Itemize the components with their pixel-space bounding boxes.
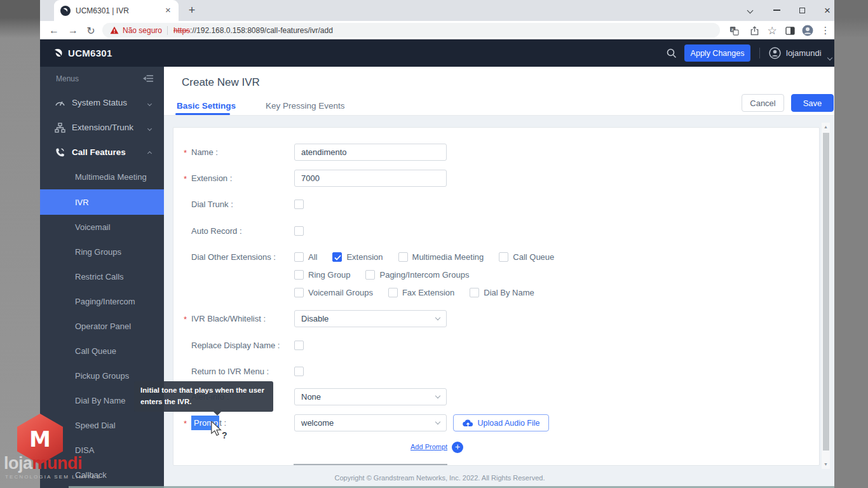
tab-title: UCM6301 | IVR [76,6,163,15]
required-asterisk: * [184,170,187,187]
new-tab-button[interactable]: + [185,4,199,18]
sitemap-icon [55,123,65,133]
tab-search-icon[interactable] [741,1,759,19]
sidebar-item-ivr[interactable]: IVR [40,189,164,215]
chevron-down-icon [148,98,151,107]
bookmark-star-icon[interactable]: ☆ [764,23,780,38]
url-text: ://192.168.0.158:8089/call-features/ivr/… [190,26,333,35]
checkbox-voicemail-groups[interactable]: Voicemail Groups [294,288,373,297]
form-row-auto-record: Auto Record [173,222,819,240]
prompt-select[interactable]: welcome [294,414,447,431]
sidebar-item-multimedia-meeting[interactable]: Multimedia Meeting [40,165,164,189]
add-prompt-link[interactable]: Add Prompt [410,443,447,451]
auto-record-checkbox[interactable] [294,226,304,236]
translate-icon[interactable]: a [726,23,742,38]
form-row-name: *Name [173,144,819,161]
restore-icon[interactable] [793,1,811,19]
checkbox-fax-extension[interactable]: Fax Extension [388,288,454,297]
checkbox-ring-group[interactable]: Ring Group [294,270,350,280]
reload-icon[interactable]: ↻ [83,23,98,38]
dial-trunk-checkbox[interactable] [294,200,304,209]
checkbox-paging-intercom-groups[interactable]: Paging/Intercom Groups [365,270,469,280]
sidebar-item-call-queue[interactable]: Call Queue [40,339,164,363]
add-prompt-row: Add Prompt + [173,442,819,454]
app-header: UCM6301 Apply Changes lojamundi [40,39,834,67]
copyright-footer: Copyright © Grandstream Networks, Inc. 2… [173,474,707,482]
url-scheme: https [173,26,190,35]
chevron-down-icon [148,123,151,132]
sidebar-item-extension-trunk[interactable]: Extension/Trunk [40,115,164,140]
form-row-dial-trunk: Dial Trunk [173,196,819,213]
tab-basic-settings[interactable]: Basic Settings [177,101,236,111]
sidebar-item-ring-groups[interactable]: Ring Groups [40,240,164,264]
help-cursor-glyph: ? [222,430,227,440]
alert-info-select[interactable]: None [294,388,447,405]
security-warning-label[interactable]: Não seguro [123,26,162,35]
watermark-brand-gray: loja [4,454,32,473]
sidebar-item-paging-intercom[interactable]: Paging/Intercom [40,289,164,314]
sidebar-item-restrict-calls[interactable]: Restrict Calls [40,264,164,289]
scroll-down-icon[interactable]: ▼ [822,461,830,468]
upload-audio-file-button[interactable]: Upload Audio File [453,414,549,431]
tab-key-pressing-events[interactable]: Key Pressing Events [266,101,345,111]
forward-icon[interactable]: → [65,23,81,38]
name-input[interactable] [294,144,447,161]
chevron-up-icon [148,147,151,157]
form-panel: *Name *Extension Dial Trunk Auto Record [173,127,820,466]
save-button[interactable]: Save [791,94,834,112]
grandstream-logo-icon [53,47,65,59]
header-divider [759,48,760,58]
sidebar-item-call-features[interactable]: Call Features [40,140,164,165]
scrollbar-thumb[interactable] [823,133,829,451]
sidebar-item-voicemail[interactable]: Voicemail [40,215,164,240]
checkbox-multimedia-meeting[interactable]: Multimedia Meeting [398,252,484,262]
back-icon[interactable]: ← [46,23,62,38]
required-asterisk: * [184,415,187,432]
checkbox-all[interactable]: All [294,252,317,262]
menu-dots-icon[interactable]: ⋮ [818,23,833,38]
checkbox-extension[interactable]: Extension [332,252,383,262]
form-row-replace-display-name: Replace Display Name [173,337,819,354]
watermark-brand-red: mundi [32,454,83,473]
tab-close-icon[interactable]: × [163,5,173,16]
form-row-extension: *Extension [173,170,819,187]
form-row-return-to-ivr: Return to IVR Menu [173,363,819,380]
chevron-down-icon [435,419,440,424]
dial-other-row3: Voicemail Groups Fax Extension Dial By N… [294,284,534,301]
dial-other-row2: Ring Group Paging/Intercom Groups [294,266,469,283]
replace-display-name-checkbox[interactable] [294,341,304,350]
required-asterisk: * [184,311,187,328]
form-row-prompt: *Prompt welcome Upload Audio File [173,414,819,431]
cloud-upload-icon [463,419,473,427]
browser-tab[interactable]: UCM6301 | IVR × [54,0,179,21]
sidebar-item-operator-panel[interactable]: Operator Panel [40,314,164,339]
url-bar[interactable]: Não seguro https ://192.168.0.158:8089/c… [102,23,720,37]
collapse-menu-icon[interactable] [143,74,154,83]
split-view-icon[interactable] [782,23,797,38]
chevron-down-icon[interactable] [828,51,832,62]
close-icon[interactable]: × [818,1,836,19]
cancel-button[interactable]: Cancel [742,94,784,112]
checkbox-dial-by-name[interactable]: Dial By Name [470,288,534,297]
vertical-scrollbar[interactable]: ▲ ▼ [822,123,830,469]
extension-input[interactable] [294,170,447,187]
share-icon[interactable] [747,23,762,38]
sidebar-item-system-status[interactable]: System Status [40,90,164,115]
checkbox-call-queue[interactable]: Call Queue [499,252,554,262]
scroll-up-icon[interactable]: ▲ [822,123,830,131]
username-label[interactable]: lojamundi [786,48,822,58]
add-icon[interactable]: + [452,442,463,453]
sidebar-menus-row: Menus [40,67,164,90]
active-tab-underline [175,113,230,115]
search-icon[interactable] [667,48,677,58]
lojamundi-watermark: M lojamundi TECNOLOGIA SEM LIMITES [0,410,121,488]
form-row-dial-other-extensions-3: Voicemail Groups Fax Extension Dial By N… [173,284,819,301]
user-avatar-icon[interactable] [769,47,781,59]
return-to-ivr-checkbox[interactable] [294,367,304,376]
gauge-icon [55,98,65,107]
profile-avatar-icon[interactable] [800,23,815,38]
warning-icon [110,26,119,34]
apply-changes-button[interactable]: Apply Changes [684,44,750,62]
blacklist-select[interactable]: Disable [294,310,447,327]
minimize-icon[interactable] [768,1,785,19]
